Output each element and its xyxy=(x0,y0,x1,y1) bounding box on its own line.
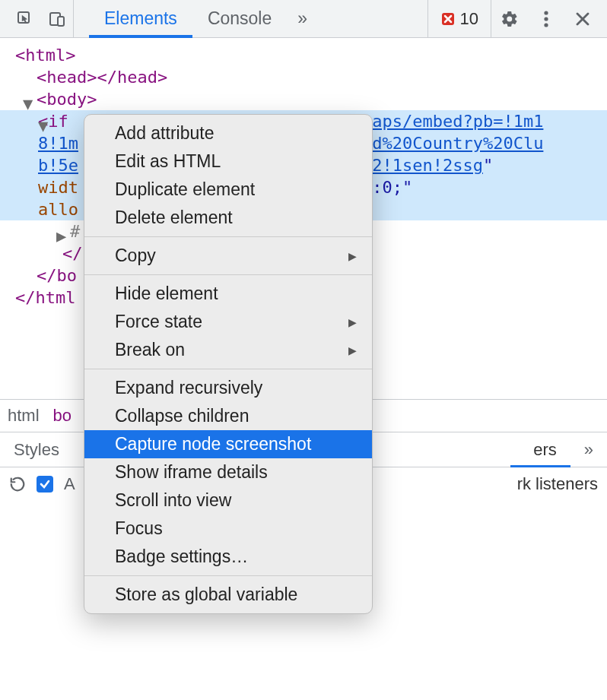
menu-add-attribute[interactable]: Add attribute xyxy=(84,119,372,147)
submenu-arrow-icon: ▶ xyxy=(348,316,357,328)
tab-styles[interactable]: Styles xyxy=(0,432,73,467)
close-icon[interactable] xyxy=(564,11,601,27)
menu-scroll-into-view[interactable]: Scroll into view xyxy=(84,486,372,515)
refresh-icon[interactable] xyxy=(9,476,26,493)
inspect-icon[interactable] xyxy=(9,0,41,37)
menu-separator xyxy=(84,274,372,275)
submenu-arrow-icon: ▶ xyxy=(348,344,357,356)
svg-point-5 xyxy=(544,17,548,21)
breadcrumb-html[interactable]: html xyxy=(8,406,40,426)
settings-gear-icon[interactable] xyxy=(491,10,528,28)
device-toggle-icon[interactable] xyxy=(41,0,73,37)
tab-console[interactable]: Console xyxy=(192,0,287,37)
tab-event-listeners[interactable]: ers xyxy=(510,432,570,467)
submenu-arrow-icon: ▶ xyxy=(348,250,357,262)
menu-copy[interactable]: Copy▶ xyxy=(84,242,372,270)
menu-break-on[interactable]: Break on▶ xyxy=(84,336,372,364)
menu-separator xyxy=(84,369,372,369)
menu-hide-element[interactable]: Hide element xyxy=(84,280,372,308)
dom-node-html-open[interactable]: <html> xyxy=(0,44,607,66)
iframe-url-part: b!5e xyxy=(38,156,78,175)
tabs-overflow[interactable]: » xyxy=(287,0,318,37)
tab-elements[interactable]: Elements xyxy=(89,0,192,37)
menu-expand-recursively[interactable]: Expand recursively xyxy=(84,374,372,402)
iframe-url-part: 8!1m xyxy=(38,134,78,153)
error-badge[interactable]: 10 xyxy=(427,0,491,37)
dom-node-head[interactable]: <head></head> xyxy=(0,66,607,88)
ancestors-checkbox[interactable] xyxy=(37,476,53,493)
kebab-menu-icon[interactable] xyxy=(528,11,564,27)
menu-store-as-global[interactable]: Store as global variable xyxy=(84,581,372,609)
menu-delete-element[interactable]: Delete element xyxy=(84,204,372,232)
svg-rect-2 xyxy=(58,17,64,26)
menu-show-iframe-details[interactable]: Show iframe details xyxy=(84,458,372,486)
menu-capture-node-screenshot[interactable]: Capture node screenshot xyxy=(84,430,372,458)
dom-node-body-open[interactable]: ▼ <body> xyxy=(0,88,607,110)
framework-listeners-label: rk listeners xyxy=(517,474,598,494)
devtools-tab-bar: Elements Console » 10 xyxy=(0,0,607,38)
svg-point-4 xyxy=(544,11,548,14)
menu-separator xyxy=(84,236,372,237)
breadcrumb-body[interactable]: bo xyxy=(53,406,72,426)
svg-point-6 xyxy=(544,23,548,27)
error-count: 10 xyxy=(460,9,478,29)
menu-separator xyxy=(84,575,372,576)
menu-duplicate-element[interactable]: Duplicate element xyxy=(84,176,372,204)
context-menu: Add attribute Edit as HTML Duplicate ele… xyxy=(84,114,373,614)
menu-collapse-children[interactable]: Collapse children xyxy=(84,402,372,430)
menu-focus[interactable]: Focus xyxy=(84,515,372,543)
menu-force-state[interactable]: Force state▶ xyxy=(84,308,372,336)
menu-badge-settings[interactable]: Badge settings… xyxy=(84,543,372,571)
menu-edit-as-html[interactable]: Edit as HTML xyxy=(84,147,372,176)
subtabs-overflow[interactable]: » xyxy=(570,432,607,467)
